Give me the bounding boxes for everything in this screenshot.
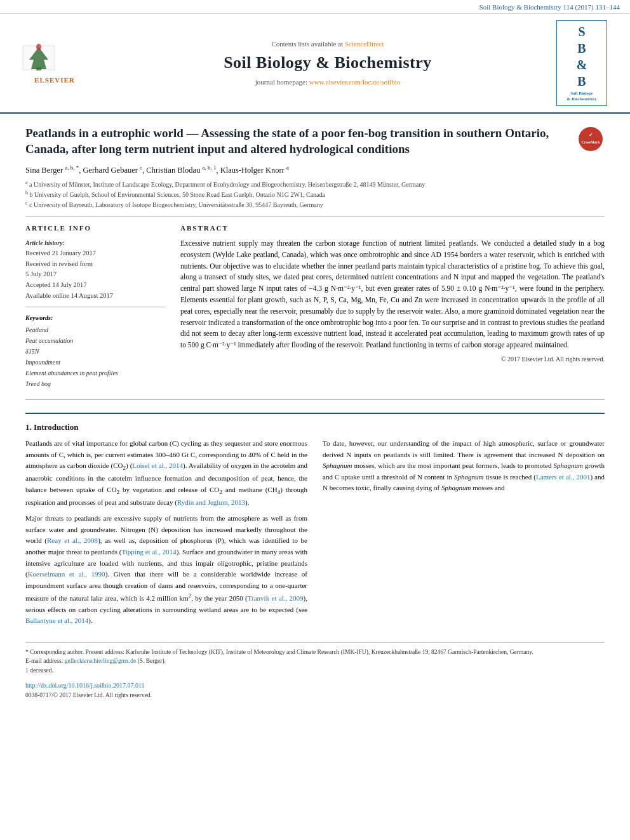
article-info-block: Article history: Received 21 January 201… [25, 238, 165, 302]
journal-logo-initials: SB&B [560, 23, 604, 90]
cite-rydin[interactable]: Rydin and Jeglum, 2013 [177, 498, 245, 506]
elsevier-logo-box: ELSEVIER [10, 41, 99, 85]
intro-left-col: Peatlands are of vital importance for gl… [25, 438, 307, 632]
article-title-section: Peatlands in a eutrophic world — Assessi… [25, 125, 605, 157]
kw-5: Element abundances in peat profiles [25, 370, 118, 377]
cite-tranvik[interactable]: Tranvik et al., 2009 [248, 594, 304, 602]
email-link[interactable]: gefleckterschierling@gmx.de [65, 658, 136, 664]
authors-line: Sina Berger a, b, *, Gerhard Gebauer c, … [25, 164, 605, 177]
intro-para-right: To date, however, our understanding of t… [323, 438, 605, 494]
article-header: Peatlands in a eutrophic world — Assessi… [25, 125, 605, 210]
article-title: Peatlands in a eutrophic world — Assessi… [25, 125, 570, 157]
journal-url-link[interactable]: www.elsevier.com/locate/soilbio [309, 78, 400, 86]
crossmark-icon: ✓ CrossMark [579, 127, 603, 151]
crossmark-badge: ✓ CrossMark [576, 125, 605, 154]
cite-loisel[interactable]: Loisel et al., 2014 [132, 462, 183, 469]
svg-rect-2 [36, 67, 41, 70]
keywords-label: Keywords: [25, 314, 165, 323]
journal-header: ELSEVIER Contents lists available at Sci… [0, 14, 630, 113]
deceased-note: 1 deceased. [25, 666, 605, 676]
received-revised-label: Received in revised form [25, 259, 165, 270]
corresponding-author-note: * Corresponding author. Present address:… [25, 648, 605, 657]
kw-3: δ15N [25, 348, 39, 355]
affiliation-b: b b University of Guelph, School of Envi… [25, 189, 605, 199]
intro-para-1: Peatlands are of vital importance for gl… [25, 438, 307, 627]
article-info-abstract: ARTICLE INFO Article history: Received 2… [25, 223, 605, 389]
article-info-header: ARTICLE INFO [25, 223, 165, 233]
abstract-text: Excessive nutrient supply may threaten t… [180, 238, 605, 351]
journal-logo-right: SB&B Soil Biology& Biochemistry [556, 20, 620, 105]
svg-text:CrossMark: CrossMark [581, 140, 600, 144]
rights-line: 0038-0717/© 2017 Elsevier Ltd. All right… [25, 691, 605, 700]
keywords-block: Keywords: Peatland Peat accumulation δ15… [25, 314, 165, 389]
kw-1: Peatland [25, 326, 48, 333]
introduction-section: 1. Introduction Peatlands are of vital i… [25, 413, 605, 632]
affiliation-c: c c University of Bayreuth, Laboratory o… [25, 199, 605, 210]
history-label: Article history: [25, 238, 165, 248]
cite-ballantyne[interactable]: Ballantyne et al., 2014 [25, 617, 88, 624]
keywords-list: Peatland Peat accumulation δ15N Impoundm… [25, 324, 165, 389]
elsevier-logo-section: ELSEVIER [10, 41, 99, 85]
journal-title: Soil Biology & Biochemistry [99, 51, 556, 74]
intro-two-col: Peatlands are of vital importance for gl… [25, 438, 605, 632]
journal-logo-text: Soil Biology& Biochemistry [560, 91, 604, 102]
received-date: Received 21 January 2017 [25, 248, 165, 259]
svg-point-3 [36, 44, 41, 50]
footnotes-area: * Corresponding author. Present address:… [25, 642, 605, 700]
info-keywords-divider [25, 307, 165, 307]
sciencedirect-link[interactable]: ScienceDirect [345, 40, 384, 48]
abstract-col: ABSTRACT Excessive nutrient supply may t… [180, 223, 605, 389]
doi-link[interactable]: http://dx.doi.org/10.1016/j.soilbio.2017… [25, 682, 145, 689]
accepted-date: Accepted 14 July 2017 [25, 280, 165, 291]
copyright-line: © 2017 Elsevier Ltd. All rights reserved… [180, 355, 605, 364]
affiliation-a: a a University of Münster, Institute of … [25, 179, 605, 189]
journal-center: Contents lists available at ScienceDirec… [99, 39, 556, 87]
affiliations: a a University of Münster, Institute of … [25, 179, 605, 210]
abstract-header: ABSTRACT [180, 223, 605, 233]
svg-text:✓: ✓ [588, 132, 593, 138]
doi-line: http://dx.doi.org/10.1016/j.soilbio.2017… [25, 681, 605, 691]
intro-right-col: To date, however, our understanding of t… [323, 438, 605, 632]
elsevier-logo-svg [20, 41, 90, 76]
main-content: Peatlands in a eutrophic world — Assessi… [0, 114, 630, 712]
cite-reay[interactable]: Reay et al., 2008 [47, 537, 98, 544]
journal-url-line: journal homepage: www.elsevier.com/locat… [99, 77, 556, 87]
main-divider [25, 399, 605, 400]
cite-koerselmann[interactable]: Koerselmann et al., 1990 [28, 570, 105, 578]
article-info-col: ARTICLE INFO Article history: Received 2… [25, 223, 165, 389]
kw-4: Impoundment [25, 359, 60, 366]
elsevier-wordmark: ELSEVIER [34, 76, 75, 85]
journal-logo-box: SB&B Soil Biology& Biochemistry [556, 20, 607, 105]
kw-2: Peat accumulation [25, 337, 73, 344]
journal-citation: Soil Biology & Biochemistry 114 (2017) 1… [479, 3, 620, 11]
cite-tipping[interactable]: Tipping et al., 2014 [121, 548, 176, 556]
crossmark-svg: ✓ CrossMark [579, 128, 602, 150]
intro-section-number: 1. Introduction [25, 422, 605, 433]
cite-lamers[interactable]: Lamers et al., 2001 [536, 473, 591, 481]
email-note: E-mail address: gefleckterschierling@gmx… [25, 657, 605, 666]
sciencedirect-line: Contents lists available at ScienceDirec… [99, 39, 556, 49]
journal-top-bar: Soil Biology & Biochemistry 114 (2017) 1… [0, 0, 630, 14]
available-date: Available online 14 August 2017 [25, 291, 165, 302]
revised-date: 5 July 2017 [25, 269, 165, 280]
kw-6: Treed bog [25, 380, 51, 387]
header-divider [25, 217, 605, 217]
